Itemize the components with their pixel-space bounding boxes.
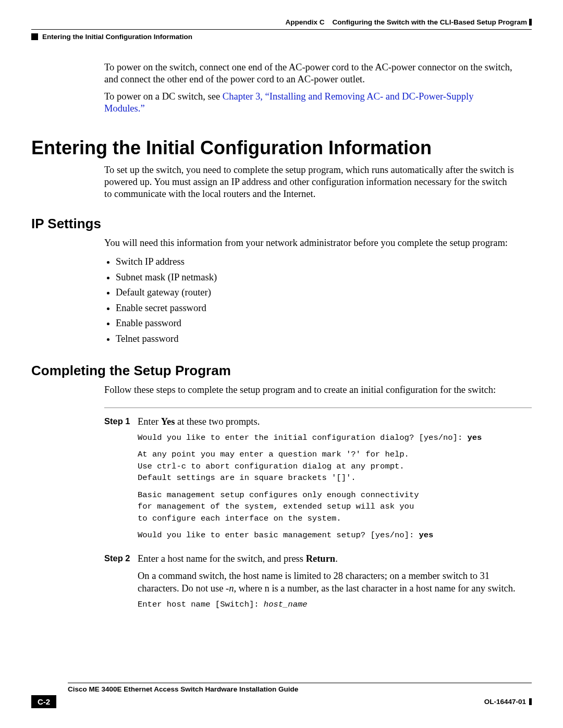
step2-note-post: , where n is a number, as the last chara…: [234, 583, 515, 594]
running-header-right: Appendix C Configuring the Switch with t…: [31, 18, 532, 26]
step2-post: .: [335, 553, 338, 564]
step2-pre: Enter a host name for the switch, and pr…: [138, 553, 306, 564]
section-marker-icon: [31, 33, 38, 40]
cli-text: Would you like to enter the initial conf…: [138, 433, 468, 442]
step-2-instruction: Enter a host name for the switch, and pr…: [138, 552, 516, 565]
step-2-label: Step 2: [104, 552, 138, 615]
heading-completing-setup: Completing the Setup Program: [31, 363, 532, 379]
step2-bold: Return: [306, 553, 336, 564]
list-item: Subnet mask (IP netmask): [116, 270, 516, 286]
step-1-cli-block-2: Basic management setup configures only e…: [138, 489, 516, 524]
step-1-label: Step 1: [104, 415, 138, 547]
list-item: Default gateway (router): [116, 285, 516, 301]
running-header-left: Entering the Initial Configuration Infor…: [31, 33, 532, 41]
appendix-title: Configuring the Switch with the CLI-Base…: [332, 18, 527, 26]
heading-entering-initial-config: Entering the Initial Configuration Infor…: [31, 137, 532, 159]
header-bar-icon: [529, 19, 532, 26]
step2-note-italic: -n: [226, 583, 234, 594]
appendix-label: Appendix C: [285, 18, 324, 26]
intro-block: To power on the switch, connect one end …: [104, 61, 516, 115]
step-2-note: On a command switch, the host name is li…: [138, 570, 516, 595]
footer-doc-id: OL-16447-01: [484, 698, 532, 706]
page-number-badge: C-2: [31, 695, 56, 708]
footer-bar-icon: [529, 698, 532, 705]
step1-bold: Yes: [161, 416, 175, 427]
list-item: Enable secret password: [116, 301, 516, 316]
cli-text: Would you like to enter basic management…: [138, 530, 419, 540]
cli-text: Enter host name [Switch]:: [138, 600, 264, 609]
ip-intro: You will need this information from your…: [104, 237, 516, 249]
step-1-body: Enter Yes at these two prompts. Would yo…: [138, 415, 516, 547]
heading-ip-settings: IP Settings: [31, 216, 532, 232]
step-2-body: Enter a host name for the switch, and pr…: [138, 552, 516, 615]
cli-answer: yes: [419, 530, 434, 540]
document-page: Appendix C Configuring the Switch with t…: [0, 0, 563, 728]
step-2-row: Step 2 Enter a host name for the switch,…: [104, 552, 516, 615]
doc-id-text: OL-16447-01: [484, 698, 526, 706]
cli-variable: host_name: [264, 600, 308, 609]
header-rule: [31, 29, 532, 30]
ip-settings-list: Switch IP address Subnet mask (IP netmas…: [104, 254, 516, 347]
step-2-cli: Enter host name [Switch]: host_name: [138, 599, 516, 610]
step-1-row: Step 1 Enter Yes at these two prompts. W…: [104, 415, 516, 547]
list-item: Switch IP address: [116, 254, 516, 270]
intro-para-2: To power on a DC switch, see Chapter 3, …: [104, 91, 516, 115]
step-separator: [104, 408, 532, 408]
page-footer: Cisco ME 3400E Ethernet Access Switch Ha…: [31, 683, 532, 708]
section-breadcrumb: Entering the Initial Configuration Infor…: [42, 33, 192, 41]
step1-pre: Enter: [138, 416, 161, 427]
step1-post: at these two prompts.: [175, 416, 260, 427]
step-1-cli-prompt-1: Would you like to enter the initial conf…: [138, 432, 516, 443]
intro-para-2-pre: To power on a DC switch, see: [104, 91, 223, 102]
footer-rule: [68, 683, 532, 683]
step-1-cli-prompt-2: Would you like to enter basic management…: [138, 529, 516, 541]
step-1-cli-block-1: At any point you may enter a question ma…: [138, 449, 516, 484]
setup-intro: Follow these steps to complete the setup…: [104, 384, 516, 396]
cli-answer: yes: [468, 433, 482, 442]
list-item: Enable password: [116, 316, 516, 331]
step-1-instruction: Enter Yes at these two prompts.: [138, 415, 516, 428]
footer-guide-title: Cisco ME 3400E Ethernet Access Switch Ha…: [68, 685, 532, 693]
list-item: Telnet password: [116, 331, 516, 347]
h1-intro-para: To set up the switch, you need to comple…: [104, 164, 516, 200]
intro-para-1: To power on the switch, connect one end …: [104, 61, 516, 85]
